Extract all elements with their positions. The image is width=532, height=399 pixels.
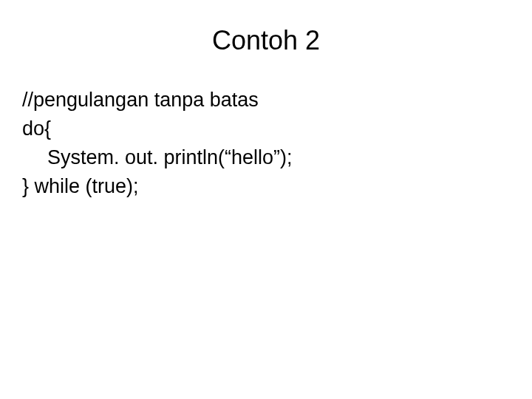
slide-container: Contoh 2 //pengulangan tanpa batas do{ S… — [0, 0, 532, 399]
code-line-println: System. out. println(“hello”); — [22, 143, 510, 172]
code-line-comment: //pengulangan tanpa batas — [22, 86, 510, 115]
code-block: //pengulangan tanpa batas do{ System. ou… — [22, 86, 510, 202]
slide-title: Contoh 2 — [22, 25, 510, 56]
code-line-while: } while (true); — [22, 172, 510, 201]
code-line-do: do{ — [22, 115, 510, 143]
